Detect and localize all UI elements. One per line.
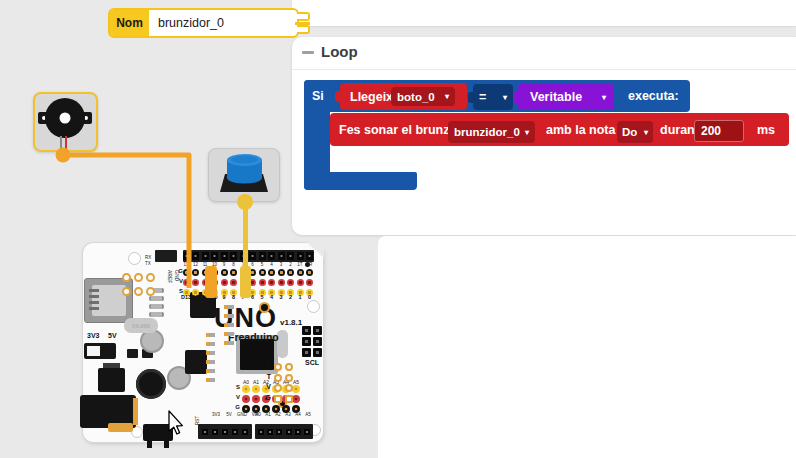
digital-v-pin[interactable]: [297, 279, 304, 286]
boolean-dropdown[interactable]: Veritable ▾: [518, 84, 614, 110]
rtvg-hole[interactable]: [285, 363, 293, 371]
header-pin-socket[interactable]: [297, 252, 304, 260]
boolean-value-block[interactable]: Veritable ▾: [518, 84, 614, 110]
power-pin-header[interactable]: [198, 424, 252, 439]
through-hole[interactable]: [122, 273, 131, 282]
analog-v-pin[interactable]: [292, 395, 300, 403]
pin-dropdown[interactable]: boto_0 ▾: [391, 87, 455, 106]
read-digital-block[interactable]: Llegeix boto_0 ▾: [340, 83, 467, 110]
buzzer-dropdown[interactable]: brunzidor_0 ▾: [448, 121, 535, 143]
chevron-down-icon: ▾: [525, 128, 529, 137]
block-connector-nub: [335, 91, 342, 102]
header-pin-socket[interactable]: [192, 252, 199, 260]
digital-v-pin[interactable]: [259, 279, 266, 286]
header-pin-socket[interactable]: [211, 252, 218, 260]
analog-s-pin[interactable]: [252, 385, 260, 393]
voltage-switch[interactable]: [84, 343, 116, 359]
pin-socket[interactable]: [202, 429, 208, 435]
rtvg-hole[interactable]: [285, 374, 293, 382]
through-hole[interactable]: [146, 273, 155, 282]
rtvg-hole[interactable]: [274, 374, 282, 382]
digital-v-pin[interactable]: [306, 279, 313, 286]
pushbutton-component[interactable]: [208, 148, 280, 202]
pin-socket[interactable]: [286, 429, 292, 435]
digital-v-pin[interactable]: [192, 279, 199, 286]
pin-socket[interactable]: [222, 429, 228, 435]
digital-g-pin[interactable]: [240, 269, 247, 276]
digital-g-pin[interactable]: [306, 269, 313, 276]
digital-g-pin[interactable]: [211, 269, 218, 276]
play-buzzer-block[interactable]: Fes sonar el brunzidor brunzidor_0 ▾ amb…: [330, 113, 789, 146]
arduino-uno-board[interactable]: AREF GND RX TX 3V3 5V 16.000: [83, 243, 323, 442]
pin-socket[interactable]: [212, 429, 218, 435]
digital-g-pin[interactable]: [259, 269, 266, 276]
digital-v-pin[interactable]: [230, 279, 237, 286]
component-name-block[interactable]: Nom: [108, 8, 299, 38]
rtvg-hole[interactable]: [285, 395, 293, 403]
through-hole[interactable]: [122, 287, 131, 296]
pin-socket[interactable]: [304, 429, 310, 435]
digital-g-pin[interactable]: [278, 269, 285, 276]
digital-g-pin[interactable]: [268, 269, 275, 276]
digital-v-pin[interactable]: [183, 279, 190, 286]
header-pin-socket[interactable]: [202, 252, 209, 260]
header-pin-socket[interactable]: [249, 252, 256, 260]
pin-socket[interactable]: [232, 429, 238, 435]
analog-s-pin[interactable]: [242, 385, 250, 393]
analog-v-pin[interactable]: [252, 395, 260, 403]
chevron-down-icon: ▾: [644, 128, 648, 137]
pin-socket[interactable]: [258, 429, 264, 435]
component-name-input[interactable]: [156, 13, 284, 33]
digital-v-pin[interactable]: [287, 279, 294, 286]
header-pin-socket[interactable]: [268, 252, 275, 260]
digital-v-pin[interactable]: [211, 279, 218, 286]
digital-g-pin[interactable]: [183, 269, 190, 276]
digital-g-pin[interactable]: [221, 269, 228, 276]
digital-v-pin[interactable]: [268, 279, 275, 286]
icsp-header[interactable]: [302, 326, 326, 359]
if-label: Si: [312, 89, 324, 103]
header-pin-socket[interactable]: [230, 252, 237, 260]
collapse-icon[interactable]: [302, 51, 314, 54]
duration-input[interactable]: [694, 120, 744, 142]
digital-g-pin[interactable]: [249, 269, 256, 276]
header-pin-socket[interactable]: [183, 252, 190, 260]
analog-s-pin[interactable]: [292, 385, 300, 393]
if-block-bottom-bar[interactable]: [304, 172, 417, 190]
note-dropdown[interactable]: Do ▾: [617, 121, 653, 143]
digital-v-pin[interactable]: [202, 279, 209, 286]
through-hole[interactable]: [134, 273, 143, 282]
digital-g-pin[interactable]: [297, 269, 304, 276]
header-pin-socket[interactable]: [221, 252, 228, 260]
operator-dropdown[interactable]: = ▾: [473, 84, 513, 110]
digital-g-pin[interactable]: [230, 269, 237, 276]
header-pin-socket[interactable]: [240, 252, 247, 260]
rtvg-hole[interactable]: [285, 384, 293, 392]
through-hole[interactable]: [134, 287, 143, 296]
digital-v-pin[interactable]: [249, 279, 256, 286]
pin-socket[interactable]: [242, 429, 248, 435]
digital-g-pin[interactable]: [192, 269, 199, 276]
analog-pin-header[interactable]: [255, 424, 313, 439]
buzzer-component[interactable]: [33, 92, 98, 152]
digital-g-pin[interactable]: [202, 269, 209, 276]
header-pin-socket[interactable]: [306, 252, 313, 260]
header-pin-socket[interactable]: [278, 252, 285, 260]
pin-socket[interactable]: [295, 429, 301, 435]
rtvg-hole[interactable]: [274, 395, 282, 403]
digital-v-pin[interactable]: [221, 279, 228, 286]
analog-v-pin[interactable]: [242, 395, 250, 403]
board-version: v1.8.1: [280, 318, 302, 327]
comparison-operator-block[interactable]: = ▾: [473, 84, 513, 110]
digital-g-pin[interactable]: [287, 269, 294, 276]
digital-v-pin[interactable]: [240, 279, 247, 286]
header-pin-socket[interactable]: [287, 252, 294, 260]
pin-header[interactable]: [155, 250, 177, 262]
rtvg-hole[interactable]: [274, 384, 282, 392]
pin-socket[interactable]: [267, 429, 273, 435]
rtvg-hole[interactable]: [274, 363, 282, 371]
header-pin-socket[interactable]: [259, 252, 266, 260]
pin-socket[interactable]: [276, 429, 282, 435]
through-hole[interactable]: [146, 287, 155, 296]
digital-v-pin[interactable]: [278, 279, 285, 286]
